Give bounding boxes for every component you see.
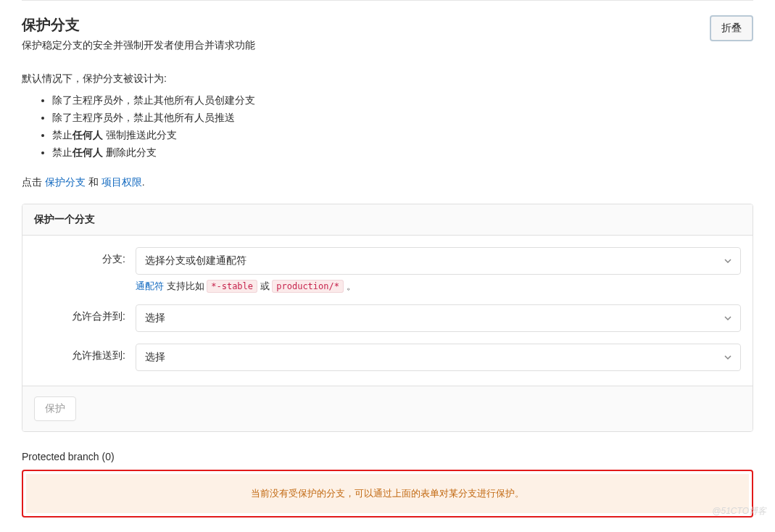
description-block: 默认情况下，保护分支被设计为: 除了主程序员外，禁止其他所有人员创建分支 除了主… [22, 72, 753, 189]
collapse-button[interactable]: 折叠 [710, 15, 753, 41]
allowed-push-row: 允许推送到: 选择 [34, 344, 741, 371]
section-title: 保护分支 [22, 15, 710, 35]
allowed-push-select[interactable]: 选择 [136, 344, 741, 371]
wildcard-link[interactable]: 通配符 [136, 280, 164, 291]
protect-button[interactable]: 保护 [34, 396, 76, 421]
allowed-merge-label: 允许合并到: [34, 304, 136, 323]
description-intro: 默认情况下，保护分支被设计为: [22, 72, 753, 86]
allowed-push-label: 允许推送到: [34, 344, 136, 362]
watermark: @51CTO博客 [712, 505, 766, 518]
code-example: production/* [272, 280, 344, 293]
protected-count: 0 [105, 451, 111, 462]
chevron-down-icon [724, 316, 732, 320]
empty-alert-text: 当前没有受保护的分支，可以通过上面的表单对某分支进行保护。 [26, 474, 749, 513]
chevron-down-icon [724, 355, 732, 359]
panel-footer: 保护 [22, 386, 753, 431]
protect-branch-panel: 保护一个分支 分支: 选择分支或创建通配符 通配符 支持比如 *-stable … [22, 204, 753, 432]
list-item: 禁止任何人 删除此分支 [52, 145, 753, 160]
section-header: 保护分支 保护稳定分支的安全并强制开发者使用合并请求功能 折叠 [22, 15, 753, 52]
list-item: 除了主程序员外，禁止其他所有人员创建分支 [52, 93, 753, 108]
protected-branch-heading: Protected branch (0) [22, 451, 753, 462]
list-item: 除了主程序员外，禁止其他所有人员推送 [52, 110, 753, 125]
allowed-merge-row: 允许合并到: 选择 [34, 304, 741, 332]
links-row: 点击 保护分支 和 项目权限. [22, 176, 753, 189]
section-subtitle: 保护稳定分支的安全并强制开发者使用合并请求功能 [22, 39, 710, 52]
list-item: 禁止任何人 强制推送此分支 [52, 128, 753, 143]
protected-branches-section: 保护分支 保护稳定分支的安全并强制开发者使用合并请求功能 折叠 默认情况下，保护… [22, 0, 753, 518]
branch-label: 分支: [34, 247, 136, 266]
rules-list: 除了主程序员外，禁止其他所有人员创建分支 除了主程序员外，禁止其他所有人员推送 … [22, 93, 753, 160]
branch-row: 分支: 选择分支或创建通配符 通配符 支持比如 *-stable 或 produ… [34, 247, 741, 293]
allowed-merge-select[interactable]: 选择 [136, 304, 741, 332]
panel-heading: 保护一个分支 [22, 204, 753, 236]
branch-select[interactable]: 选择分支或创建通配符 [136, 247, 741, 275]
branch-help: 通配符 支持比如 *-stable 或 production/* 。 [136, 280, 741, 293]
protected-branches-link[interactable]: 保护分支 [45, 176, 86, 188]
chevron-down-icon [724, 259, 732, 263]
code-example: *-stable [207, 280, 257, 293]
project-permissions-link[interactable]: 项目权限 [101, 176, 142, 188]
empty-alert: 当前没有受保护的分支，可以通过上面的表单对某分支进行保护。 [22, 470, 753, 518]
